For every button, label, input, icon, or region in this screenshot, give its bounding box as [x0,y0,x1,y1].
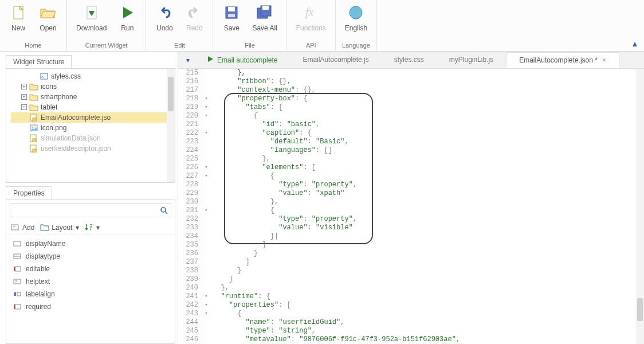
add-button[interactable]: +Add [11,223,34,232]
fold-toggle[interactable]: ▾ [202,172,210,181]
tree-item[interactable]: EmailAutocomplete.jso [11,112,172,123]
svg-line-26 [165,212,167,214]
tree-item[interactable]: +tablet [11,102,172,112]
code-line[interactable]: 234 }| [178,232,644,241]
editor-tab[interactable]: EmailAutocomplete.json *× [506,52,619,68]
svg-rect-11 [262,6,269,10]
language-button[interactable]: English [339,0,373,33]
code-line[interactable]: 228 "type": "property", [178,181,644,189]
tabs-menu-icon[interactable]: ▾ [182,56,194,64]
ribbon-group-edit: Undo Redo Edit [146,0,213,51]
search-icon[interactable] [157,204,171,217]
tree-item[interactable]: +smartphone [11,92,172,102]
line-number: 243 [178,310,202,318]
code-line[interactable]: 246 "metavalue": "9876006f-f91c-47f3-952… [178,335,644,344]
new-button[interactable]: New [3,0,33,33]
code-line[interactable]: 217 "context-menu": {}, [178,86,644,95]
code-line[interactable]: 220▾ { [178,112,644,120]
code-line[interactable]: 218▾ "property-box": { [178,95,644,103]
ribbon-expand-icon[interactable] [631,41,638,48]
fold-toggle[interactable]: ▾ [202,206,210,215]
code-line[interactable]: 224 "languages": [] [178,146,644,155]
property-item[interactable]: labelalign [9,288,172,300]
properties-tab[interactable]: Properties [6,186,52,200]
tree-item[interactable]: simulationData.json [11,133,172,143]
sort-button[interactable]: ▾ [85,223,100,232]
code-line[interactable]: 231▾ { [178,206,644,215]
fold-toggle[interactable]: ▾ [202,163,210,172]
property-item[interactable]: ?helptext [9,275,172,288]
fold-toggle[interactable]: ▾ [202,112,210,120]
fold-toggle[interactable]: ▾ [202,310,210,318]
code-editor[interactable]: 215 },216 "ribbon": {},217 "context-menu… [178,69,644,344]
tree-item[interactable]: icon.png [11,123,172,133]
properties-search [10,204,171,217]
fold-toggle[interactable]: ▾ [202,129,210,138]
ribbon-group-language: English Language [336,0,377,51]
code-line[interactable]: 245 "type": "string", [178,327,644,335]
fold-toggle [202,335,210,344]
code-line[interactable]: 240 }, [178,284,644,292]
fold-toggle[interactable]: ▾ [202,103,210,112]
search-input[interactable] [10,204,157,217]
tree-toggle[interactable]: + [21,94,27,100]
code-line[interactable]: 229 "value": "xpath" [178,189,644,198]
tree-item-label: userfielddescriptor.json [41,144,111,153]
tree-scrollbar[interactable] [167,69,175,182]
editor-tab[interactable]: myPluginLib.js [437,52,506,68]
code-line[interactable]: 222▾ "caption": { [178,129,644,138]
code-line[interactable]: 239 } [178,275,644,284]
code-line[interactable]: 230 }, [178,198,644,206]
download-button[interactable]: Download [70,0,112,33]
code-line[interactable]: 235 ] [178,241,644,249]
code-line[interactable]: 219▾ "tabs": [ [178,103,644,112]
code-line[interactable]: 237 ] [178,258,644,267]
code-line[interactable]: 227▾ { [178,172,644,181]
code-line[interactable]: 225 }, [178,155,644,163]
property-item[interactable]: required [9,300,172,313]
tree-toggle[interactable]: + [21,104,27,110]
fold-toggle [202,232,210,241]
close-icon[interactable]: × [602,56,606,64]
undo-button[interactable]: Undo [150,0,179,33]
property-item[interactable]: displaytype [9,250,172,263]
fold-toggle [202,275,210,284]
line-number: 226 [178,163,202,172]
property-item[interactable]: editable [9,263,172,275]
widget-structure-tab[interactable]: Widget Structure [6,55,72,69]
editor-tab[interactable]: styles.css [382,52,437,68]
run-button[interactable]: Run [112,0,142,33]
tree-item[interactable]: +icons [11,81,172,92]
code-line[interactable]: 242▾ "properties": [ [178,301,644,310]
editor-tab[interactable]: Email autocomplete [194,52,290,68]
layout-button[interactable]: Layout▾ [40,223,79,232]
code-line[interactable]: 244 "name": "userfieldGuid", [178,318,644,327]
open-button[interactable]: Open [33,0,63,33]
code-line[interactable]: 243▾ { [178,310,644,318]
code-line[interactable]: 241▾ "runtime": { [178,292,644,301]
svg-rect-36 [14,292,16,296]
code-text: "runtime": { [210,292,270,301]
code-line[interactable]: 221 "id": "basic", [178,120,644,129]
code-line[interactable]: 216 "ribbon": {}, [178,77,644,86]
code-line[interactable]: 233 "value": "visible" [178,224,644,232]
tree-item[interactable]: Astyles.css [11,71,172,81]
editor-tab[interactable]: EmailAutocomplete.js [290,52,381,68]
fold-toggle[interactable]: ▾ [202,95,210,103]
chevron-down-icon: ▾ [96,224,100,232]
code-line[interactable]: 223 "default": "Basic", [178,138,644,146]
code-line[interactable]: 232 "type": "property", [178,215,644,224]
save-all-button[interactable]: Save All [246,0,282,33]
fold-toggle[interactable]: ▾ [202,292,210,301]
code-line[interactable]: 226▾ "elements": [ [178,163,644,172]
code-line[interactable]: 215 }, [178,69,644,77]
code-line[interactable]: 238 } [178,267,644,275]
code-line[interactable]: 236 } [178,249,644,258]
save-button[interactable]: Save [217,0,246,33]
fold-toggle[interactable]: ▾ [202,301,210,310]
tree-toggle[interactable]: + [21,84,27,89]
code-text: ] [210,241,266,249]
property-item[interactable]: displayName [9,237,172,250]
tree-item[interactable]: userfielddescriptor.json [11,143,172,154]
editor-scrollbar[interactable] [636,69,644,344]
